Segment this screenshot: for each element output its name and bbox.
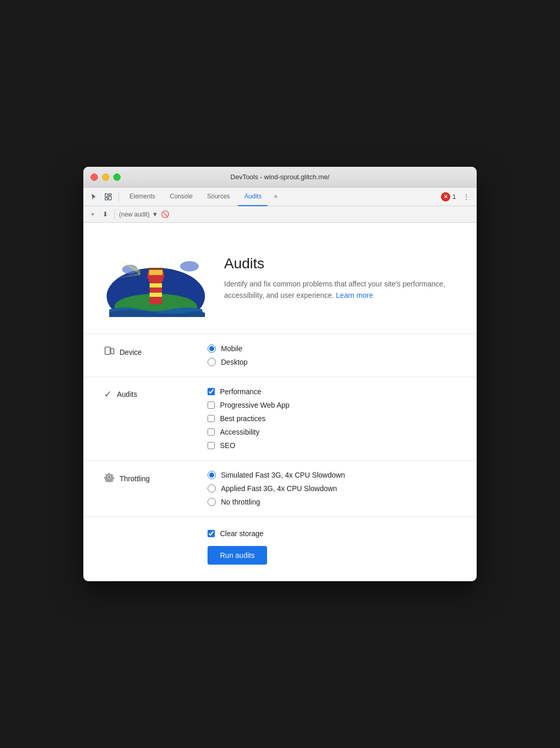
throttling-none-option[interactable]: No throttling bbox=[208, 498, 345, 506]
inspect-icon[interactable] bbox=[102, 191, 114, 203]
device-mobile-radio[interactable] bbox=[208, 344, 216, 353]
device-desktop-option[interactable]: Desktop bbox=[208, 358, 247, 366]
add-icon[interactable]: + bbox=[87, 209, 98, 220]
svg-rect-18 bbox=[150, 283, 162, 287]
maximize-button[interactable] bbox=[113, 174, 121, 181]
svg-point-6 bbox=[148, 248, 149, 249]
device-row: Device Mobile Desktop bbox=[83, 334, 477, 377]
second-toolbar: + ⬇ (new audit) ▼ 🚫 bbox=[83, 206, 477, 223]
lighthouse-illustration bbox=[104, 239, 208, 317]
menu-icon[interactable]: ⋮ bbox=[460, 191, 473, 203]
throttling-simulated-option[interactable]: Simulated Fast 3G, 4x CPU Slowdown bbox=[208, 471, 345, 479]
title-bar: DevTools - wind-sprout.glitch.me/ bbox=[83, 167, 477, 188]
svg-rect-24 bbox=[148, 268, 164, 270]
window-title: DevTools - wind-sprout.glitch.me/ bbox=[230, 173, 329, 181]
audit-accessibility-checkbox[interactable] bbox=[208, 428, 215, 436]
svg-point-7 bbox=[166, 250, 167, 252]
audits-label: ✓ Audits bbox=[104, 387, 208, 400]
svg-rect-0 bbox=[105, 194, 108, 197]
device-mobile-option[interactable]: Mobile bbox=[208, 344, 247, 353]
tab-sources[interactable]: Sources bbox=[201, 188, 236, 206]
audit-bestpractices-option[interactable]: Best practices bbox=[208, 414, 289, 423]
svg-rect-3 bbox=[109, 196, 111, 200]
clear-storage-checkbox[interactable] bbox=[208, 530, 215, 537]
close-button[interactable] bbox=[91, 174, 98, 181]
svg-rect-1 bbox=[109, 194, 111, 195]
svg-rect-25 bbox=[105, 347, 110, 354]
run-button-wrap: Run audits bbox=[208, 546, 456, 565]
audits-options: Performance Progressive Web App Best pra… bbox=[208, 387, 289, 450]
more-tabs[interactable]: » bbox=[270, 188, 282, 206]
svg-rect-26 bbox=[111, 349, 114, 354]
error-count[interactable]: ✕ 1 bbox=[441, 192, 456, 202]
device-section: Device Mobile Desktop bbox=[83, 334, 477, 377]
audit-accessibility-option[interactable]: Accessibility bbox=[208, 428, 289, 436]
svg-point-12 bbox=[171, 264, 172, 265]
audit-pwa-checkbox[interactable] bbox=[208, 401, 215, 409]
svg-rect-19 bbox=[150, 293, 162, 297]
audit-select[interactable]: (new audit) ▼ bbox=[119, 211, 158, 218]
error-number: 1 bbox=[452, 193, 456, 200]
learn-more-link[interactable]: Learn more bbox=[336, 291, 373, 299]
throttling-section: Throttling Simulated Fast 3G, 4x CPU Slo… bbox=[83, 461, 477, 517]
toolbar-right: ✕ 1 ⋮ bbox=[441, 191, 473, 203]
device-options: Mobile Desktop bbox=[208, 344, 247, 366]
throttling-simulated-radio[interactable] bbox=[208, 471, 216, 479]
svg-point-5 bbox=[135, 254, 136, 256]
audit-performance-checkbox[interactable] bbox=[208, 388, 215, 395]
hero-description: Identify and fix common problems that af… bbox=[224, 278, 456, 301]
tab-console[interactable]: Console bbox=[164, 188, 199, 206]
device-label: Device bbox=[104, 344, 208, 358]
svg-point-8 bbox=[179, 257, 180, 258]
audits-row: ✓ Audits Performance Progressive Web App… bbox=[83, 377, 477, 460]
audit-bestpractices-checkbox[interactable] bbox=[208, 415, 215, 422]
minimize-button[interactable] bbox=[102, 174, 109, 181]
throttling-applied-radio[interactable] bbox=[208, 484, 216, 493]
cursor-icon[interactable] bbox=[87, 191, 100, 203]
download-icon[interactable]: ⬇ bbox=[100, 209, 110, 220]
hero-title: Audits bbox=[224, 255, 456, 272]
run-section: Clear storage Run audits bbox=[83, 517, 477, 581]
main-content: Audits Identify and fix common problems … bbox=[83, 223, 477, 581]
throttling-row: Throttling Simulated Fast 3G, 4x CPU Slo… bbox=[83, 461, 477, 516]
checkmark-icon: ✓ bbox=[104, 389, 112, 400]
gear-icon bbox=[104, 472, 114, 485]
throttling-label: Throttling bbox=[104, 471, 208, 485]
dropdown-icon: ▼ bbox=[152, 211, 158, 218]
clear-storage-option[interactable]: Clear storage bbox=[208, 529, 456, 538]
throttling-none-radio[interactable] bbox=[208, 498, 216, 506]
svg-rect-16 bbox=[150, 278, 162, 304]
window-buttons bbox=[91, 174, 121, 181]
audit-performance-option[interactable]: Performance bbox=[208, 387, 289, 396]
hero-text: Audits Identify and fix common problems … bbox=[224, 255, 456, 301]
devtools-toolbar: Elements Console Sources Audits » ✕ 1 ⋮ bbox=[83, 188, 477, 206]
svg-point-13 bbox=[180, 261, 199, 271]
clear-icon[interactable]: 🚫 bbox=[160, 209, 170, 220]
run-audits-button[interactable]: Run audits bbox=[208, 546, 267, 565]
tab-audits[interactable]: Audits bbox=[238, 188, 268, 206]
divider bbox=[119, 192, 119, 202]
audit-pwa-option[interactable]: Progressive Web App bbox=[208, 401, 289, 409]
device-desktop-radio[interactable] bbox=[208, 358, 216, 366]
audit-select-label: (new audit) bbox=[119, 211, 150, 218]
audit-seo-checkbox[interactable] bbox=[208, 442, 215, 449]
svg-point-9 bbox=[142, 265, 143, 266]
device-icon bbox=[104, 346, 114, 358]
audit-seo-option[interactable]: SEO bbox=[208, 441, 289, 450]
devtools-window: DevTools - wind-sprout.glitch.me/ Elemen… bbox=[83, 167, 477, 581]
error-badge: ✕ bbox=[441, 192, 450, 202]
tab-elements[interactable]: Elements bbox=[123, 188, 161, 206]
audits-section: ✓ Audits Performance Progressive Web App… bbox=[83, 377, 477, 461]
divider2 bbox=[114, 209, 115, 220]
throttling-options: Simulated Fast 3G, 4x CPU Slowdown Appli… bbox=[208, 471, 345, 506]
hero-section: Audits Identify and fix common problems … bbox=[83, 223, 477, 334]
svg-rect-2 bbox=[105, 198, 108, 200]
throttling-applied-option[interactable]: Applied Fast 3G, 4x CPU Slowdown bbox=[208, 484, 345, 493]
